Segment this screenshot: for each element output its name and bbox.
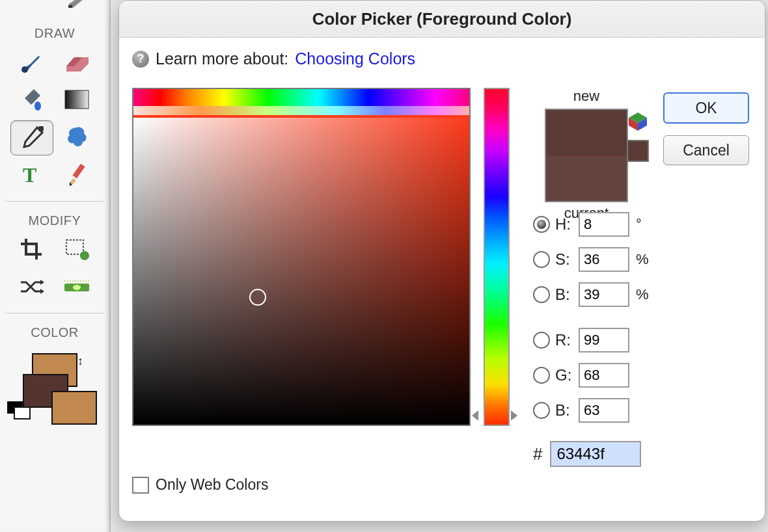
new-color-swatch[interactable] xyxy=(546,110,627,156)
only-web-colors-label: Only Web Colors xyxy=(156,476,268,494)
color-picker-dialog: Color Picker (Foreground Color) ? Learn … xyxy=(118,0,765,522)
tool-gradient[interactable] xyxy=(56,83,98,116)
input-g[interactable] xyxy=(579,363,629,388)
tool-pencil-peek[interactable] xyxy=(56,0,98,17)
radio-b[interactable] xyxy=(533,402,550,419)
input-hex[interactable] xyxy=(550,441,641,467)
label-r: R: xyxy=(555,331,579,349)
color-value-inputs: H: ° S: % B: % xyxy=(533,207,663,467)
ok-button[interactable]: OK xyxy=(663,92,749,124)
learn-more-text: Learn more about: xyxy=(156,49,288,68)
tool-eraser[interactable] xyxy=(56,45,98,79)
color-cube-icon[interactable] xyxy=(627,111,648,132)
tool-shuffle[interactable] xyxy=(10,270,52,304)
current-color-swatch[interactable] xyxy=(546,156,627,201)
svg-text:T: T xyxy=(23,164,36,186)
radio-h[interactable] xyxy=(533,216,550,233)
tool-bucket[interactable] xyxy=(10,83,52,116)
suffix-s: % xyxy=(636,251,649,268)
hue-marker-right[interactable] xyxy=(511,410,517,421)
saturation-brightness-field[interactable] xyxy=(132,88,471,426)
section-draw-label: DRAW xyxy=(34,26,75,41)
tool-level[interactable] xyxy=(56,270,98,304)
new-current-swatch xyxy=(545,109,628,202)
cancel-button[interactable]: Cancel xyxy=(663,135,749,165)
dialog-title: Color Picker (Foreground Color) xyxy=(119,1,765,38)
input-h[interactable] xyxy=(579,212,629,237)
tool-plugin-blob[interactable] xyxy=(56,120,98,154)
suffix-bv: % xyxy=(636,286,649,303)
tool-crop[interactable] xyxy=(10,232,52,266)
only-web-colors-checkbox[interactable] xyxy=(132,477,149,494)
label-s: S: xyxy=(555,250,579,269)
svg-point-17 xyxy=(73,285,81,290)
input-r[interactable] xyxy=(579,328,629,352)
section-color-label: COLOR xyxy=(31,325,79,340)
new-color-label: new xyxy=(528,88,645,105)
label-bv: B: xyxy=(555,286,579,304)
svg-rect-0 xyxy=(68,5,72,8)
tool-brush[interactable] xyxy=(10,45,52,79)
svg-rect-13 xyxy=(83,252,87,254)
radio-g[interactable] xyxy=(533,367,550,384)
suffix-h: ° xyxy=(636,216,642,233)
input-s[interactable] xyxy=(579,247,629,272)
svg-rect-6 xyxy=(38,126,44,131)
input-bv[interactable] xyxy=(579,282,629,307)
tool-eyedropper[interactable] xyxy=(10,120,53,155)
label-g: G: xyxy=(555,366,579,384)
hue-slider[interactable] xyxy=(484,88,510,426)
input-b[interactable] xyxy=(579,398,629,423)
svg-rect-8 xyxy=(72,164,85,179)
swap-colors-icon[interactable]: ↕ xyxy=(77,354,83,368)
tool-text[interactable]: T xyxy=(10,158,52,192)
svg-point-4 xyxy=(34,101,41,111)
radio-bv[interactable] xyxy=(533,286,550,303)
default-colors-mini-white[interactable] xyxy=(14,406,31,419)
tool-transform[interactable] xyxy=(56,232,98,266)
svg-rect-11 xyxy=(66,240,83,254)
svg-marker-15 xyxy=(40,289,44,294)
hex-hash: # xyxy=(533,444,542,464)
hue-marker-left[interactable] xyxy=(472,410,478,421)
radio-r[interactable] xyxy=(533,332,550,349)
tool-draw-pencil[interactable] xyxy=(56,158,98,192)
toolbox: DRAW T xyxy=(0,0,111,532)
label-h: H: xyxy=(555,215,579,233)
section-modify-label: MODIFY xyxy=(29,213,81,228)
mini-current-swatch[interactable] xyxy=(627,140,649,162)
background-color-swatch-lower[interactable] xyxy=(51,391,97,425)
svg-point-1 xyxy=(21,66,28,73)
help-icon[interactable]: ? xyxy=(132,51,149,68)
svg-rect-5 xyxy=(65,90,89,109)
label-b: B: xyxy=(555,401,579,419)
radio-s[interactable] xyxy=(533,251,550,268)
choosing-colors-link[interactable]: Choosing Colors xyxy=(295,49,415,68)
color-swatches[interactable]: ↕ xyxy=(12,353,97,431)
svg-marker-14 xyxy=(40,280,44,285)
